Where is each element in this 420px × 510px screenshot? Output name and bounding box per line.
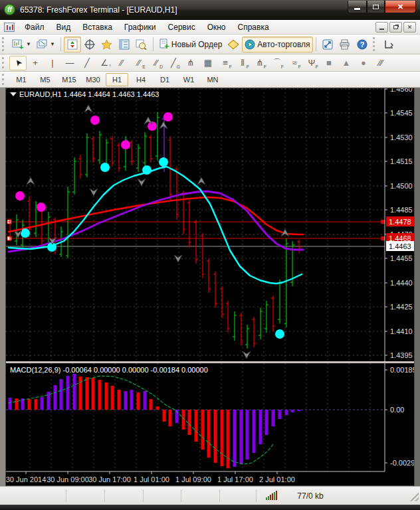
cycle-lines-tool[interactable]: ⁄⁄⁄ (372, 56, 389, 70)
fibo-retracement-tool[interactable]: ≡F (217, 56, 234, 70)
pitchfork-tool[interactable]: ΨF (303, 56, 320, 70)
macd-tick-label: 0.00185 (390, 366, 414, 374)
new-order-label: Новый Ордер (171, 40, 222, 49)
strategy-tester-button[interactable] (133, 37, 150, 52)
menu-item-Вид[interactable]: Вид (51, 21, 77, 33)
autotrading-button[interactable]: Авто-торговля (242, 37, 312, 52)
price-tick-label: 1.4545 (390, 109, 413, 117)
fibo-fan-tool[interactable]: ⋔F (251, 56, 268, 70)
timeframe-M30[interactable]: M30 (82, 73, 104, 86)
crosshair-tool[interactable]: + (27, 56, 44, 70)
data-window-button[interactable] (116, 37, 133, 52)
chart-panel[interactable]: 1.45601.45451.45301.45151.45001.44851.44… (5, 88, 415, 486)
time-tick-label: 1 Jul 17:00 (217, 475, 253, 483)
vertical-line-tool[interactable]: | (44, 56, 61, 70)
fibo-fan-tool-icon: ⋔ (257, 58, 264, 68)
chart-svg[interactable]: 1.45601.45451.45301.45151.45001.44851.44… (6, 88, 414, 485)
sell-dot (148, 122, 157, 131)
cursor-tool[interactable]: ➤ (9, 56, 27, 70)
minimize-button[interactable] (348, 1, 367, 13)
price-tick-label: 1.4425 (390, 303, 413, 311)
menu-item-Окно[interactable]: Окно (201, 21, 232, 33)
profiles-button[interactable]: ▼ (34, 37, 58, 52)
minimize-icon (354, 8, 360, 10)
child-minimize-button[interactable] (375, 22, 388, 33)
favorites-button[interactable] (98, 37, 116, 52)
chart-shift-button[interactable] (380, 37, 397, 52)
child-restore-button[interactable] (389, 22, 402, 33)
toolbar-grip-4[interactable] (2, 74, 7, 84)
timeframe-W1[interactable]: W1 (177, 73, 200, 86)
child-close-button[interactable]: ✕ (403, 22, 416, 33)
fibo-timezones-tool[interactable]: ⦀F (234, 56, 251, 70)
gann-fan-tool[interactable]: ⋔ (182, 56, 199, 70)
profiles-dropdown-icon[interactable]: ▼ (50, 41, 55, 47)
macd-indicator-label: MACD(12,26,9) -0.00064 0.00000 0.00000 -… (10, 366, 208, 374)
rectangle-tool[interactable]: ■ (320, 56, 338, 70)
trendline-tool[interactable]: ╱ (78, 56, 96, 70)
trend-angle-tool-icon: ∠ (100, 58, 108, 68)
title-bar[interactable]: ff 65378: FreshForex Terminal - [EURAUD,… (0, 0, 420, 20)
fibo-arcs-tool[interactable]: ⌒F (268, 56, 286, 70)
market-watch-button[interactable] (64, 37, 81, 52)
timeframe-M5[interactable]: M5 (34, 73, 56, 86)
timeframe-MN[interactable]: MN (201, 73, 224, 86)
new-order-button[interactable]: + Новый Ордер (156, 37, 225, 52)
close-button[interactable]: ✕ (385, 1, 416, 13)
hline-handle[interactable] (381, 236, 385, 240)
timeframe-M1[interactable]: M1 (10, 73, 33, 86)
time-tick-label: 1 Jul 09:00 (175, 475, 211, 483)
new-chart-button[interactable]: + ▼ (9, 37, 34, 52)
stddev-channel-tool[interactable]: ⁄⁄D (148, 56, 165, 70)
maximize-button[interactable] (367, 1, 385, 13)
macd-tick-label: 0.00 (390, 406, 404, 414)
menu-item-Файл[interactable]: Файл (19, 21, 51, 33)
ellipse-tool[interactable]: ● (355, 56, 372, 70)
cursor-tool-icon: ➤ (12, 57, 25, 69)
fullscreen-button[interactable] (319, 37, 336, 52)
strategy-tester-icon (136, 39, 147, 50)
timeframe-H1[interactable]: H1 (106, 73, 128, 86)
toolbar-grip-3[interactable] (2, 57, 7, 69)
triangle-tool[interactable]: ▲ (338, 56, 355, 70)
navigator-button[interactable] (81, 37, 98, 52)
time-tick-label: 30 Jun 17:00 (88, 475, 131, 483)
regression-channel-tool[interactable]: ⁄⁄ (113, 56, 130, 70)
gann-line-tool[interactable]: ╱G (165, 56, 182, 70)
horizontal-line-tool[interactable]: — (61, 56, 78, 70)
line-studies-toolbar: ➤+|—╱∠°⁄⁄⁄⁄E⁄⁄D╱G⋔▦≡F⦀F⋔F⌒F≈FΨF■▲●⁄⁄⁄ (0, 54, 420, 72)
stddev-channel-tool-icon: ⁄⁄ (155, 58, 158, 68)
new-chart-dropdown-icon[interactable]: ▼ (26, 41, 31, 47)
gann-grid-tool[interactable]: ▦ (199, 56, 217, 70)
pane-divider (6, 361, 414, 363)
help-button[interactable]: ? (354, 37, 371, 52)
menu-item-Графики[interactable]: Графики (118, 21, 162, 33)
chart-area-frame: 1.45601.45451.45301.45151.45001.44851.44… (0, 88, 420, 486)
menu-item-Вставка[interactable]: Вставка (76, 21, 118, 33)
metaeditor-button[interactable] (225, 37, 242, 52)
print-button[interactable] (336, 37, 354, 52)
traffic-counter: 77/0 kb (284, 491, 337, 501)
hline-handle[interactable] (381, 220, 385, 224)
toolbar-grip[interactable] (2, 37, 7, 50)
trend-angle-tool[interactable]: ∠° (96, 56, 113, 70)
resize-grip-icon[interactable] (408, 491, 419, 501)
menu-item-Справка[interactable]: Справка (232, 21, 275, 33)
toolbar-grip-2[interactable] (373, 37, 377, 50)
timeframe-M15[interactable]: M15 (58, 73, 80, 86)
price-level-label: 1.4478 (389, 218, 411, 226)
chart-window-icon[interactable] (4, 23, 15, 32)
up-arrow-icon (197, 177, 205, 185)
timeframe-H4[interactable]: H4 (130, 73, 152, 86)
fibo-expansion-tool[interactable]: ≈F (286, 56, 303, 70)
pitchfork-tool-icon: Ψ (308, 58, 316, 68)
timeframe-D1[interactable]: D1 (154, 73, 176, 86)
standard-toolbar: + ▼ ▼ + Новый Ордер (0, 35, 420, 54)
status-cell (0, 489, 66, 502)
equidistant-channel-tool-icon: ⁄⁄ (138, 58, 140, 68)
equidistant-channel-tool[interactable]: ⁄⁄E (130, 56, 148, 70)
pane-splitter[interactable] (6, 361, 414, 363)
menu-item-Сервис[interactable]: Сервис (162, 21, 201, 33)
vertical-line-tool-icon: | (51, 58, 53, 68)
symbol-dropdown-icon[interactable] (10, 92, 17, 96)
